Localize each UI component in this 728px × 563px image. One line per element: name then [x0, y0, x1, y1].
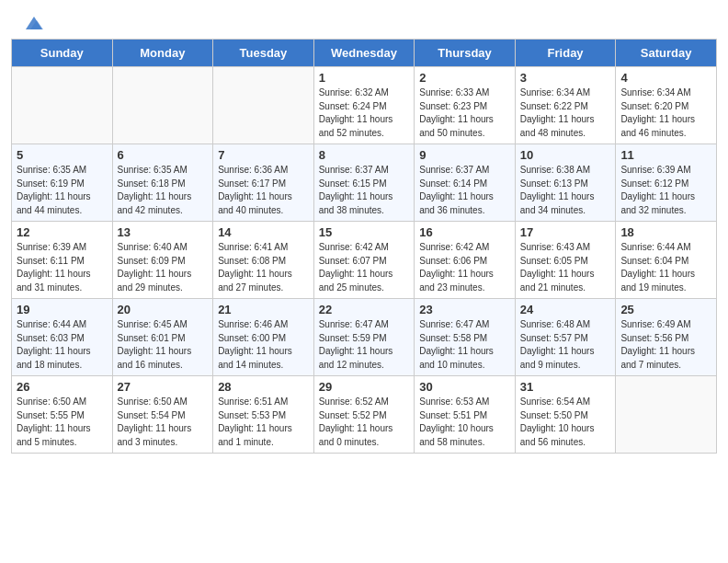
calendar-day: 19Sunrise: 6:44 AMSunset: 6:03 PMDayligh… — [12, 299, 113, 376]
weekday-header-friday: Friday — [515, 40, 616, 67]
day-info: Sunrise: 6:49 AMSunset: 5:56 PMDaylight:… — [620, 318, 711, 372]
calendar-day: 1Sunrise: 6:32 AMSunset: 6:24 PMDaylight… — [313, 67, 415, 144]
calendar-day: 8Sunrise: 6:37 AMSunset: 6:15 PMDaylight… — [313, 144, 415, 222]
day-info: Sunrise: 6:34 AMSunset: 6:20 PMDaylight:… — [620, 86, 711, 140]
calendar-day: 21Sunrise: 6:46 AMSunset: 6:00 PMDayligh… — [213, 299, 314, 376]
weekday-header-monday: Monday — [112, 40, 213, 67]
day-number: 14 — [218, 225, 309, 239]
day-info: Sunrise: 6:53 AMSunset: 5:51 PMDaylight:… — [419, 396, 510, 449]
day-number: 26 — [17, 380, 108, 394]
day-number: 15 — [319, 225, 410, 239]
calendar-day — [12, 67, 113, 144]
day-number: 11 — [620, 148, 711, 162]
day-number: 27 — [118, 380, 209, 394]
day-number: 28 — [218, 380, 309, 394]
calendar-day: 23Sunrise: 6:47 AMSunset: 5:58 PMDayligh… — [415, 299, 516, 376]
day-number: 16 — [419, 225, 510, 239]
calendar-day: 30Sunrise: 6:53 AMSunset: 5:51 PMDayligh… — [415, 376, 516, 454]
day-number: 10 — [520, 148, 611, 162]
day-number: 23 — [419, 303, 510, 316]
calendar-day: 3Sunrise: 6:34 AMSunset: 6:22 PMDaylight… — [515, 67, 616, 144]
calendar-week-3: 12Sunrise: 6:39 AMSunset: 6:11 PMDayligh… — [12, 222, 717, 299]
calendar-day: 26Sunrise: 6:50 AMSunset: 5:55 PMDayligh… — [12, 376, 113, 454]
day-info: Sunrise: 6:45 AMSunset: 6:01 PMDaylight:… — [118, 318, 209, 372]
calendar-day: 16Sunrise: 6:42 AMSunset: 6:06 PMDayligh… — [415, 222, 516, 299]
day-info: Sunrise: 6:35 AMSunset: 6:19 PMDaylight:… — [17, 164, 108, 217]
day-info: Sunrise: 6:51 AMSunset: 5:53 PMDaylight:… — [218, 396, 309, 449]
calendar-day: 29Sunrise: 6:52 AMSunset: 5:52 PMDayligh… — [313, 376, 415, 454]
day-number: 22 — [319, 303, 410, 316]
calendar-week-4: 19Sunrise: 6:44 AMSunset: 6:03 PMDayligh… — [12, 299, 717, 376]
day-info: Sunrise: 6:52 AMSunset: 5:52 PMDaylight:… — [319, 396, 410, 449]
calendar-week-1: 1Sunrise: 6:32 AMSunset: 6:24 PMDaylight… — [12, 67, 717, 144]
calendar-day: 2Sunrise: 6:33 AMSunset: 6:23 PMDaylight… — [415, 67, 516, 144]
calendar-week-2: 5Sunrise: 6:35 AMSunset: 6:19 PMDaylight… — [12, 144, 717, 222]
day-info: Sunrise: 6:47 AMSunset: 5:58 PMDaylight:… — [419, 318, 510, 372]
calendar-day — [112, 67, 213, 144]
day-info: Sunrise: 6:44 AMSunset: 6:03 PMDaylight:… — [17, 318, 108, 372]
calendar-week-5: 26Sunrise: 6:50 AMSunset: 5:55 PMDayligh… — [12, 376, 717, 454]
day-info: Sunrise: 6:40 AMSunset: 6:09 PMDaylight:… — [118, 241, 209, 294]
calendar-day: 20Sunrise: 6:45 AMSunset: 6:01 PMDayligh… — [112, 299, 213, 376]
calendar-header: SundayMondayTuesdayWednesdayThursdayFrid… — [12, 40, 717, 67]
day-info: Sunrise: 6:33 AMSunset: 6:23 PMDaylight:… — [419, 86, 510, 140]
day-info: Sunrise: 6:43 AMSunset: 6:05 PMDaylight:… — [520, 241, 611, 294]
calendar-day: 31Sunrise: 6:54 AMSunset: 5:50 PMDayligh… — [515, 376, 616, 454]
day-info: Sunrise: 6:50 AMSunset: 5:54 PMDaylight:… — [118, 396, 209, 449]
day-number: 12 — [17, 225, 108, 239]
day-info: Sunrise: 6:46 AMSunset: 6:00 PMDaylight:… — [218, 318, 309, 372]
logo-icon — [24, 13, 44, 33]
day-number: 17 — [520, 225, 611, 239]
day-number: 3 — [520, 71, 611, 85]
day-number: 5 — [17, 148, 108, 162]
calendar-day: 12Sunrise: 6:39 AMSunset: 6:11 PMDayligh… — [12, 222, 113, 299]
day-info: Sunrise: 6:38 AMSunset: 6:13 PMDaylight:… — [520, 164, 611, 217]
day-info: Sunrise: 6:41 AMSunset: 6:08 PMDaylight:… — [218, 241, 309, 294]
day-info: Sunrise: 6:34 AMSunset: 6:22 PMDaylight:… — [520, 86, 611, 140]
day-number: 9 — [419, 148, 510, 162]
day-info: Sunrise: 6:42 AMSunset: 6:07 PMDaylight:… — [319, 241, 410, 294]
calendar-day: 4Sunrise: 6:34 AMSunset: 6:20 PMDaylight… — [616, 67, 717, 144]
logo — [22, 17, 44, 33]
day-number: 29 — [319, 380, 410, 394]
calendar-day: 14Sunrise: 6:41 AMSunset: 6:08 PMDayligh… — [213, 222, 314, 299]
calendar-day: 5Sunrise: 6:35 AMSunset: 6:19 PMDaylight… — [12, 144, 113, 222]
day-info: Sunrise: 6:54 AMSunset: 5:50 PMDaylight:… — [520, 396, 611, 449]
calendar-day: 25Sunrise: 6:49 AMSunset: 5:56 PMDayligh… — [616, 299, 717, 376]
day-info: Sunrise: 6:39 AMSunset: 6:11 PMDaylight:… — [17, 241, 108, 294]
day-info: Sunrise: 6:47 AMSunset: 5:59 PMDaylight:… — [319, 318, 410, 372]
calendar-day: 7Sunrise: 6:36 AMSunset: 6:17 PMDaylight… — [213, 144, 314, 222]
calendar-day: 6Sunrise: 6:35 AMSunset: 6:18 PMDaylight… — [112, 144, 213, 222]
calendar-table: SundayMondayTuesdayWednesdayThursdayFrid… — [11, 39, 717, 454]
day-number: 30 — [419, 380, 510, 394]
header-row: SundayMondayTuesdayWednesdayThursdayFrid… — [12, 40, 717, 67]
day-info: Sunrise: 6:32 AMSunset: 6:24 PMDaylight:… — [319, 86, 410, 140]
day-info: Sunrise: 6:35 AMSunset: 6:18 PMDaylight:… — [118, 164, 209, 217]
calendar-day: 22Sunrise: 6:47 AMSunset: 5:59 PMDayligh… — [313, 299, 415, 376]
calendar-day — [213, 67, 314, 144]
day-info: Sunrise: 6:37 AMSunset: 6:15 PMDaylight:… — [319, 164, 410, 217]
calendar-day: 24Sunrise: 6:48 AMSunset: 5:57 PMDayligh… — [515, 299, 616, 376]
day-number: 1 — [319, 71, 410, 85]
weekday-header-saturday: Saturday — [616, 40, 717, 67]
day-number: 25 — [620, 303, 711, 316]
weekday-header-wednesday: Wednesday — [313, 40, 415, 67]
weekday-header-thursday: Thursday — [415, 40, 516, 67]
day-number: 31 — [520, 380, 611, 394]
calendar-day: 13Sunrise: 6:40 AMSunset: 6:09 PMDayligh… — [112, 222, 213, 299]
day-info: Sunrise: 6:36 AMSunset: 6:17 PMDaylight:… — [218, 164, 309, 217]
day-number: 2 — [419, 71, 510, 85]
day-number: 7 — [218, 148, 309, 162]
day-number: 18 — [620, 225, 711, 239]
calendar-day: 27Sunrise: 6:50 AMSunset: 5:54 PMDayligh… — [112, 376, 213, 454]
calendar-day: 11Sunrise: 6:39 AMSunset: 6:12 PMDayligh… — [616, 144, 717, 222]
day-number: 21 — [218, 303, 309, 316]
day-number: 19 — [17, 303, 108, 316]
calendar-day: 9Sunrise: 6:37 AMSunset: 6:14 PMDaylight… — [415, 144, 516, 222]
day-number: 24 — [520, 303, 611, 316]
weekday-header-tuesday: Tuesday — [213, 40, 314, 67]
day-number: 8 — [319, 148, 410, 162]
calendar-day — [616, 376, 717, 454]
header — [0, 0, 728, 39]
day-info: Sunrise: 6:50 AMSunset: 5:55 PMDaylight:… — [17, 396, 108, 449]
